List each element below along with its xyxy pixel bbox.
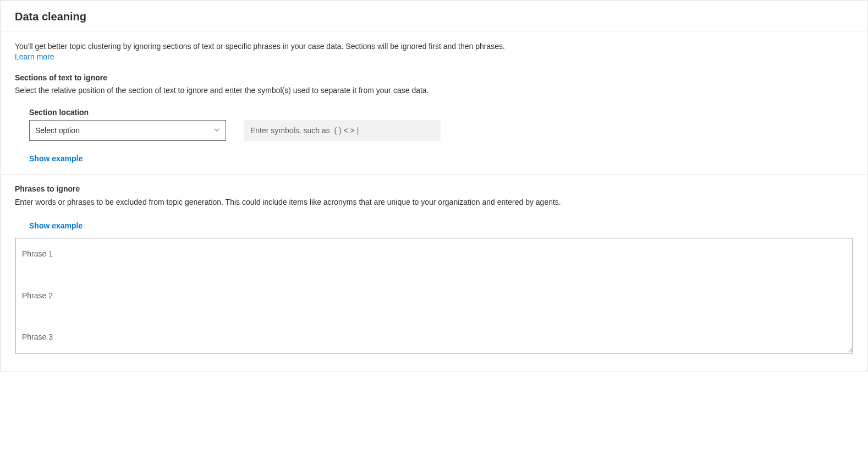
phrases-description: Enter words or phrases to be excluded fr… [15,197,708,208]
sections-ignore-block: You'll get better topic clustering by ig… [1,31,867,174]
intro-description: You'll get better topic clustering by ig… [15,41,853,52]
sections-show-example-link[interactable]: Show example [15,154,83,163]
symbols-input[interactable] [244,120,441,141]
phrases-textarea-wrapper [15,238,853,361]
phrases-heading: Phrases to ignore [15,184,853,193]
phrases-show-example-link[interactable]: Show example [15,221,83,230]
data-cleaning-panel: Data cleaning You'll get better topic cl… [0,0,868,372]
phrases-textarea[interactable] [15,238,853,353]
section-location-row: Section location Select option [15,108,853,141]
learn-more-link[interactable]: Learn more [15,52,54,61]
section-location-label: Section location [29,108,226,117]
section-location-field: Section location Select option [29,108,226,141]
sections-heading: Sections of text to ignore [15,73,853,82]
symbols-field [244,120,441,141]
section-location-select-wrapper: Select option [29,120,226,141]
section-location-select[interactable]: Select option [29,120,226,141]
panel-header: Data cleaning [1,1,867,31]
phrases-ignore-block: Phrases to ignore Enter words or phrases… [1,174,867,372]
page-title: Data cleaning [15,10,853,23]
sections-description: Select the relative position of the sect… [15,85,853,96]
